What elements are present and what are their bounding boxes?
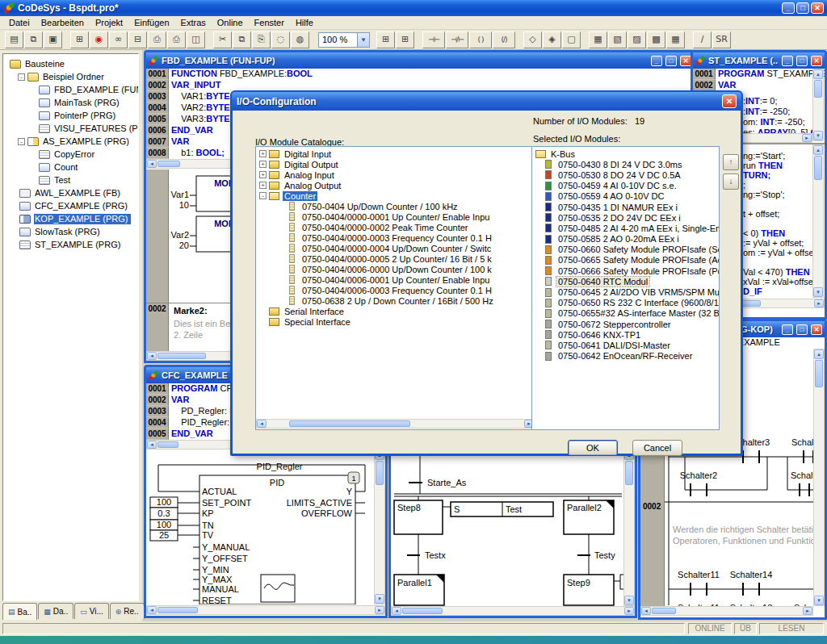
expand-toggle[interactable] [277,224,284,231]
v-scrollbar[interactable]: ▲▼ [812,144,824,298]
open-file-icon[interactable]: ⧉ [24,31,43,48]
selected-module-item[interactable]: 0750-0485 2 AI 4-20 mA EEx i, Single-End… [534,223,719,233]
selected-module-item[interactable]: 0750-0650 RS 232 C Interface (9600/8/1/N… [534,298,719,308]
coil-icon[interactable]: ( ) [469,31,492,48]
maximize-button[interactable]: □ [796,2,809,14]
online-stop-icon[interactable]: ◉ [90,31,108,48]
sidebar-item[interactable]: Bausteine [5,57,138,70]
ok-button[interactable]: OK [568,440,618,456]
selected-module-item[interactable]: 0750-0646 KNX-TP1 [534,329,719,340]
expand-toggle[interactable]: + [259,182,267,189]
contact-negated-icon[interactable]: ⊣/⊢ [446,31,468,48]
coil-negated-icon[interactable]: (/) [493,31,515,48]
sidebar-item[interactable]: KOP_EXAMPLE (PRG) [5,212,138,225]
catalogue-item[interactable]: 0750-0404/0000-0002 Peak Time Counter [258,222,535,232]
pou-add-icon[interactable]: ⊞ [70,31,89,48]
selected-module-item[interactable]: 0750-0459 4 AI 0-10V DC s.e. [534,181,719,191]
expand-toggle[interactable] [259,318,267,325]
expand-toggle[interactable] [277,245,284,252]
fb-en-icon[interactable]: ▧ [608,31,627,48]
sidebar-item[interactable]: VISU_FEATURES (PRG) [5,122,138,135]
catalogue-item[interactable]: + Analog Input [258,169,535,180]
operator-icon[interactable]: ▨ [628,31,646,48]
box-icon[interactable]: ▢ [562,31,581,48]
io-module-catalogue-list[interactable]: + Digital Input + Digital Output + Analo… [255,146,535,430]
expand-toggle[interactable]: - [18,138,25,145]
watch-icon[interactable]: ∞ [109,31,128,48]
code-line[interactable]: 0002 VAR [693,80,825,91]
minimize-button[interactable]: _ [782,56,793,66]
set-reset-icon[interactable]: SR [712,31,731,48]
catalogue-item[interactable]: 0750-0404/0006-0003 Frequency Counter 0.… [258,285,535,295]
selected-module-item[interactable]: 0750-0535 2 DO 24V DC EEx i [534,212,719,223]
expand-toggle[interactable] [277,297,284,304]
panel-tab[interactable]: ⊛ Re.. [110,603,145,619]
v-scrollbar[interactable]: ▲▼ [813,349,825,606]
sidebar-item[interactable]: MainTask (PRG) [5,96,138,109]
selected-module-item[interactable]: 0750-0666 Safety Module PROFIsafe (Power… [534,266,719,276]
selected-module-item[interactable]: 0750-0430 8 DI 24 V DC 3.0ms [534,159,719,169]
expand-toggle[interactable] [277,266,284,273]
return-icon[interactable]: ◈ [543,31,561,48]
cancel-button[interactable]: Cancel [632,440,682,456]
menu-item[interactable]: Fenster [249,17,290,28]
catalogue-item[interactable]: + Digital Output [258,159,535,169]
sidebar-item[interactable]: SlowTask (PRG) [5,225,138,238]
paste-icon[interactable]: ⎘ [252,31,271,48]
minimize-button[interactable]: _ [782,324,793,335]
maximize-button[interactable]: □ [796,56,808,66]
print-icon[interactable]: ⎙ [148,31,166,48]
v-scrollbar[interactable]: ▲▼ [812,69,824,141]
selected-module-item[interactable]: 0750-0641 DALI/DSI-Master [534,340,719,350]
catalogue-item[interactable]: 0750-0404 Up/Down Counter / 100 kHz [258,201,535,211]
selected-module-item[interactable]: 0750-0655#32 AS-interface Master (32 Byt… [534,308,719,319]
catalogue-item[interactable]: Serial Interface [258,306,535,316]
close-icon[interactable]: ✕ [680,56,691,66]
sidebar-item[interactable]: Count [5,161,138,174]
code-line[interactable]: 0002 VAR_INPUT [146,80,694,91]
catalogue-item[interactable]: 0750-0404/0000-0004 Up/Down Counter / Sw… [258,243,535,253]
expand-toggle[interactable] [277,255,284,262]
sidebar-item[interactable]: ST_EXAMPLE (PRG) [5,238,138,251]
selected-module-item[interactable]: 0750-0435 1 DI NAMUR EEx i [534,202,719,212]
v-scrollbar[interactable]: ▲▼ [374,450,385,604]
selected-module-item[interactable]: 0750-0645 2 AI/2DO VIB VRM5/SPM Multi [534,286,719,297]
menu-item[interactable]: Datei [3,17,36,28]
function-icon[interactable]: ▩ [647,31,665,48]
sidebar-item[interactable]: FBD_EXAMPLE (FUN) [5,83,138,96]
selected-module-item[interactable]: 0750-0585 2 AO 0-20mA EEx i [534,234,719,245]
expand-toggle[interactable] [259,307,267,315]
selected-modules-list[interactable]: K-Bus 0750-0430 8 DI 24 V DC 3.0ms 0750-… [531,146,720,430]
panel-tab[interactable]: ▭ Vi... [74,603,109,619]
menu-item[interactable]: Online [212,17,249,28]
selected-module-item[interactable]: 0750-0640 RTC Modul [534,276,719,286]
network-before-icon[interactable]: ⊞ [376,31,395,48]
catalogue-item[interactable]: 0750-0404/0000-0003 Frequency Counter 0.… [258,232,535,243]
expand-toggle[interactable] [277,276,284,283]
maximize-button[interactable]: □ [665,56,677,66]
catalogue-item[interactable]: 0750-0404/0006-0000 Up/Down Counter / 10… [258,264,535,274]
catalogue-item[interactable]: + Analog Output [258,180,535,190]
cfc-diagram[interactable]: PID_Regler PID 1 100 0.3 100 25 ACTUAL S… [148,450,374,604]
sidebar-item[interactable]: CopyError [5,148,138,161]
menu-item[interactable]: Einfügen [128,17,174,28]
minimize-button[interactable]: _ [782,2,795,14]
jump-icon[interactable]: ◇ [523,31,542,48]
close-icon[interactable]: ✕ [722,94,737,108]
catalogue-item[interactable]: 0750-0404/0000-0001 Up Counter/ Enable I… [258,211,535,222]
find-next-icon[interactable]: ◍ [291,31,309,48]
close-icon[interactable]: ✕ [811,56,822,66]
menu-item[interactable]: Bearbeiten [36,17,90,28]
maximize-button[interactable]: □ [796,324,808,335]
expand-toggle[interactable]: - [259,192,267,199]
panel-tab[interactable]: ▤ Ba.. [2,603,37,620]
catalogue-item[interactable]: Special Interface [258,316,535,327]
panel-tab[interactable]: ▦ Da.. [38,603,73,619]
catalogue-item[interactable]: 0750-0638 2 Up / Down Counter / 16Bit / … [258,295,535,306]
code-line[interactable]: 0001 FUNCTION FBD_EXAMPLE:BOOL [146,69,694,80]
selected-module-item[interactable]: 0750-0660 Safety Module PROFIsafe (Senso… [534,245,719,255]
h-scrollbar[interactable]: ◄► [640,606,813,616]
menu-item[interactable]: Extras [175,17,212,28]
sfc-diagram[interactable]: Starte_As Step8 S Test Parallel2 Testx T… [393,450,623,606]
expand-toggle[interactable] [277,286,284,294]
